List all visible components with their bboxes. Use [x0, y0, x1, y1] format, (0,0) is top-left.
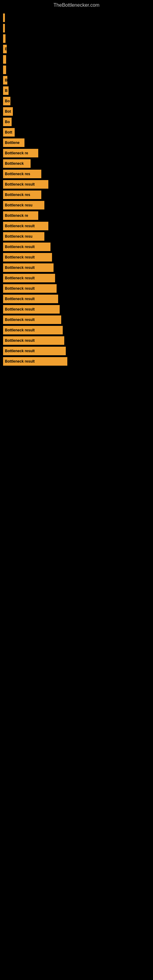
- bar-row: Bot: [3, 107, 153, 116]
- bar-item: Bottleneck result: [3, 180, 48, 189]
- bar-row: B: [3, 45, 153, 53]
- bar-row: B: [3, 76, 153, 84]
- bar-item: Bottleneck res: [3, 170, 41, 178]
- bar-row: Bottleneck result: [3, 305, 153, 313]
- bar-row: Bottleneck res: [3, 191, 153, 199]
- bar-row: Bo: [3, 97, 153, 105]
- bar-item: Bottleneck result: [3, 336, 64, 345]
- bars-container: BBBBoBotBoBottBottleneBottleneck reBottl…: [0, 10, 153, 371]
- bar-item: Bottleneck result: [3, 294, 58, 303]
- bar-item: Bottleneck result: [3, 274, 55, 282]
- bar-row: Bottleneck: [3, 159, 153, 168]
- bar-item: B: [3, 76, 7, 84]
- bar-row: B: [3, 86, 153, 95]
- bar-item: Bottleneck result: [3, 222, 48, 230]
- bar-item: B: [3, 86, 9, 95]
- bar-item: Bottleneck result: [3, 357, 67, 366]
- bar-item: [3, 24, 5, 32]
- bar-row: Bottleneck re: [3, 211, 153, 220]
- bar-row: Bottleneck result: [3, 294, 153, 303]
- bar-item: [3, 34, 5, 43]
- bar-row: Bottleneck result: [3, 315, 153, 324]
- site-title-container: TheBottlenecker.com: [0, 0, 153, 10]
- bar-row: Bottlene: [3, 138, 153, 147]
- bar-item: Bottleneck: [3, 159, 30, 168]
- bar-item: Bottleneck result: [3, 305, 60, 313]
- bar-row: Bott: [3, 128, 153, 137]
- bar-item: Bottleneck resu: [3, 201, 45, 210]
- bar-item: Bottleneck result: [3, 284, 57, 293]
- bar-item: Bot: [3, 107, 13, 116]
- bar-row: Bottleneck result: [3, 274, 153, 282]
- bar-row: Bottleneck result: [3, 284, 153, 293]
- bar-row: Bottleneck result: [3, 180, 153, 189]
- bar-item: Bottleneck result: [3, 347, 66, 355]
- bar-item: Bottleneck result: [3, 263, 54, 272]
- bar-item: [3, 13, 5, 22]
- bar-row: Bottleneck result: [3, 357, 153, 366]
- bar-item: Bottleneck res: [3, 191, 41, 199]
- bar-row: Bottleneck result: [3, 222, 153, 230]
- bar-item: Bottleneck result: [3, 326, 63, 334]
- bar-row: Bottleneck result: [3, 326, 153, 334]
- bar-item: Bo: [3, 118, 12, 126]
- bar-item: B: [3, 45, 7, 53]
- bar-row: Bottleneck result: [3, 253, 153, 261]
- bar-item: [3, 55, 6, 64]
- bar-row: [3, 13, 153, 22]
- bar-item: Bottleneck result: [3, 315, 61, 324]
- bar-row: [3, 55, 153, 64]
- bar-row: Bottleneck resu: [3, 232, 153, 241]
- bar-item: Bottleneck result: [3, 243, 51, 251]
- bar-item: Bott: [3, 128, 15, 137]
- bar-row: Bottleneck re: [3, 149, 153, 158]
- bar-item: Bottleneck result: [3, 253, 52, 261]
- bar-row: Bottleneck res: [3, 170, 153, 178]
- bar-item: [3, 65, 6, 74]
- bar-row: [3, 65, 153, 74]
- bar-row: Bottleneck result: [3, 263, 153, 272]
- bar-row: Bo: [3, 118, 153, 126]
- bar-row: [3, 34, 153, 43]
- bar-row: Bottleneck result: [3, 243, 153, 251]
- bar-row: Bottleneck resu: [3, 201, 153, 210]
- bar-row: [3, 24, 153, 32]
- bar-item: Bottleneck resu: [3, 232, 45, 241]
- bar-item: Bo: [3, 97, 10, 105]
- bar-item: Bottleneck re: [3, 211, 38, 220]
- bar-item: Bottlene: [3, 138, 24, 147]
- site-title: TheBottlenecker.com: [0, 0, 153, 10]
- bar-item: Bottleneck re: [3, 149, 38, 158]
- bar-row: Bottleneck result: [3, 347, 153, 355]
- bar-row: Bottleneck result: [3, 336, 153, 345]
